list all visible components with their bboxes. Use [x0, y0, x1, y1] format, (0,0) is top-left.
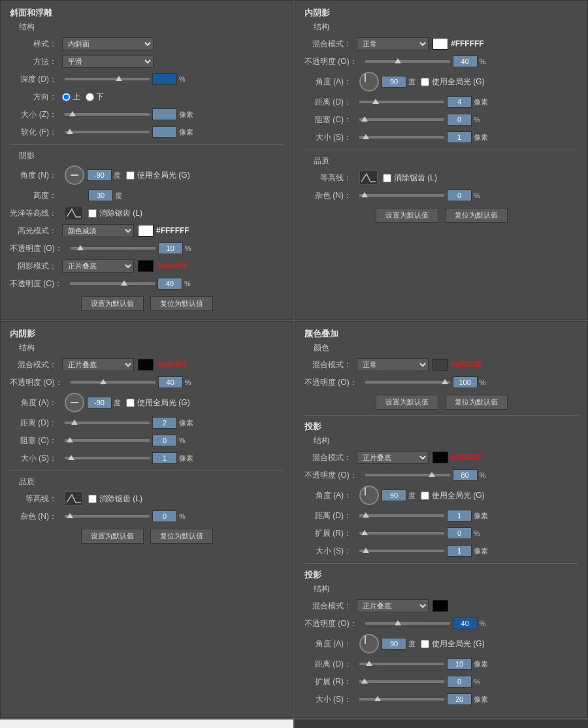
bl-contour-preview[interactable] [65, 491, 83, 506]
sh2-spread-slider[interactable] [359, 680, 444, 683]
sh2-blend-select[interactable]: 正片叠底 [357, 599, 429, 612]
co-blend-select[interactable]: 正常 [357, 358, 429, 371]
sh2-angle-dial[interactable] [359, 634, 379, 654]
depth-slider[interactable] [65, 78, 150, 80]
sh2-size-slider[interactable] [359, 698, 444, 701]
bl-size-input[interactable] [152, 452, 177, 464]
sh1-angle-dial[interactable] [359, 486, 379, 505]
co-reset-btn[interactable]: 复位为默认值 [445, 395, 508, 410]
tr-contour-row: 等高线： 消除锯齿 (L) [304, 171, 578, 185]
bl-choke-slider[interactable] [65, 439, 150, 442]
bl-opacity-input[interactable] [158, 376, 183, 388]
direction-down[interactable]: 下 [86, 91, 104, 103]
style-select[interactable]: 内斜面 [62, 37, 154, 50]
tr-choke-slider[interactable] [359, 118, 444, 121]
tr-remove-alias-check[interactable]: 消除锯齿 (L) [383, 173, 437, 184]
bevel-reset-btn[interactable]: 复位为默认值 [150, 296, 213, 311]
tr-contour-preview[interactable] [359, 171, 378, 185]
shadow-mode-select[interactable]: 正片叠底 [62, 259, 134, 273]
size-slider[interactable] [65, 113, 150, 116]
tr-opacity-slider[interactable] [365, 60, 450, 63]
co-default-btn[interactable]: 设置为默认值 [376, 395, 438, 410]
sh1-global-check[interactable]: 使用全局光 (G) [421, 490, 485, 501]
tr-opacity-input[interactable] [453, 56, 478, 67]
sh1-size-slider[interactable] [359, 550, 444, 552]
bl-choke-input[interactable] [152, 435, 177, 446]
sh1-angle-input[interactable] [382, 489, 406, 501]
bl-blend-select[interactable]: 正片叠底 [62, 358, 134, 371]
sh1-distance-slider[interactable] [359, 514, 444, 517]
bevel-default-btn[interactable]: 设置为默认值 [81, 296, 144, 311]
highlight-mode-select[interactable]: 颜色减淡 [62, 224, 134, 237]
sh2-spread-input[interactable] [447, 676, 472, 687]
highlight-opacity-slider[interactable] [71, 247, 155, 250]
sh2-global-check[interactable]: 使用全局光 (G) [421, 638, 485, 650]
tr-blend-select[interactable]: 正常 [357, 37, 429, 50]
bl-remove-alias-check[interactable]: 消除锯齿 (L) [88, 493, 142, 505]
gloss-contour-preview[interactable] [65, 206, 83, 220]
shadow-color-swatch[interactable] [138, 260, 154, 272]
sh2-angle-row: 角度 (A)： 度 使用全局光 (G) [304, 634, 578, 654]
bl-angle-dial[interactable] [65, 393, 84, 412]
sh1-color-swatch[interactable] [433, 452, 448, 463]
method-select[interactable]: 平滑 [62, 55, 154, 68]
sh1-opacity-slider[interactable] [365, 474, 450, 476]
tr-noise-slider[interactable] [359, 194, 444, 197]
tr-size-slider[interactable] [359, 136, 444, 139]
sh1-size-input[interactable] [447, 545, 472, 557]
tr-choke-input[interactable] [447, 114, 472, 125]
bl-distance-input[interactable] [152, 417, 177, 429]
bl-blend-color-swatch[interactable] [138, 359, 154, 371]
tr-distance-input[interactable] [447, 96, 472, 108]
bl-opacity-slider[interactable] [71, 381, 155, 384]
tr-angle-dial[interactable] [359, 72, 379, 91]
sh1-opacity-input[interactable] [453, 469, 478, 481]
remove-alias-check[interactable]: 消除锯齿 (L) [88, 208, 142, 219]
tr-reset-btn[interactable]: 复位为默认值 [445, 208, 508, 223]
bl-default-btn[interactable]: 设置为默认值 [81, 529, 144, 544]
altitude-input[interactable] [88, 190, 113, 201]
tr-default-btn[interactable]: 设置为默认值 [376, 208, 438, 223]
tr-global-check[interactable]: 使用全局光 (G) [421, 76, 485, 88]
sh2-size-input[interactable] [447, 693, 472, 705]
tr-size-input[interactable] [447, 131, 472, 143]
sh2-angle-input[interactable] [382, 638, 406, 650]
angle-input[interactable] [87, 169, 112, 181]
bl-global-check[interactable]: 使用全局光 (G) [126, 397, 190, 408]
sh1-blend-select[interactable]: 正片叠底 [357, 451, 429, 464]
co-opacity-input[interactable] [453, 376, 478, 388]
bl-distance-slider[interactable] [65, 422, 150, 424]
bl-noise-input[interactable] [152, 510, 177, 522]
tr-distance-slider[interactable] [359, 101, 444, 103]
co-color-swatch[interactable] [433, 359, 448, 371]
angle-dial[interactable] [65, 165, 84, 185]
direction-up[interactable]: 上 [62, 91, 80, 103]
sh2-distance-input[interactable] [447, 658, 472, 670]
inner-shadow-top-title: 内阴影 [304, 7, 578, 19]
co-opacity-slider[interactable] [365, 381, 450, 384]
sh1-distance-input[interactable] [447, 510, 472, 521]
tr-blend-color-swatch[interactable] [433, 38, 448, 50]
soften-input[interactable]: 0 [152, 126, 177, 138]
tr-noise-input[interactable] [447, 190, 472, 201]
highlight-opacity-input[interactable] [158, 242, 183, 254]
sh1-spread-slider[interactable] [359, 532, 444, 535]
sh2-opacity-slider[interactable] [365, 622, 450, 625]
bl-reset-btn[interactable]: 复位为默认值 [150, 529, 213, 544]
bl-angle-input[interactable] [87, 397, 112, 408]
shadow-opacity-slider[interactable] [70, 282, 155, 285]
bl-noise-slider[interactable] [65, 515, 150, 518]
bl-size-slider[interactable] [65, 457, 150, 459]
sh2-distance-slider[interactable] [359, 663, 444, 665]
depth-input[interactable]: 100 [152, 73, 177, 85]
sh1-spread-input[interactable] [447, 527, 472, 539]
soften-slider[interactable] [65, 131, 150, 133]
sh2-color-swatch[interactable] [433, 600, 448, 612]
tr-size-row: 大小 (S)： 像素 [304, 130, 578, 144]
highlight-color-swatch[interactable] [138, 225, 154, 237]
tr-angle-input[interactable] [382, 76, 406, 88]
shadow-opacity-input[interactable] [157, 278, 182, 290]
sh2-opacity-input[interactable] [453, 618, 478, 629]
size-input[interactable]: 1 [152, 108, 177, 120]
global-light-check[interactable]: 使用全局光 (G) [126, 170, 190, 181]
